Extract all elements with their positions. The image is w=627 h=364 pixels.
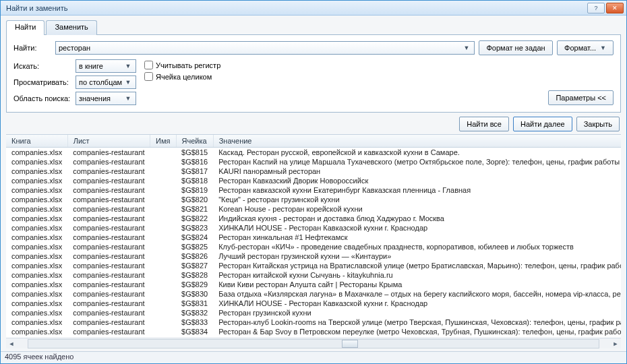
cell-value: Лучший ресторан грузинской кухни — «Кинт… [213,251,621,261]
table-row[interactable]: companies.xlsxcompanies-restaurant$G$819… [6,185,621,195]
find-label: Найти: [13,44,51,52]
table-row[interactable]: companies.xlsxcompanies-restaurant$G$828… [6,270,621,280]
cell-cell: $G$832 [176,308,213,317]
table-row[interactable]: companies.xlsxcompanies-restaurant$G$831… [6,299,621,308]
scroll-right-icon[interactable]: ► [610,340,621,347]
col-sheet[interactable]: Лист [67,135,150,148]
table-row[interactable]: companies.xlsxcompanies-restaurant$G$829… [6,280,621,289]
cell-cell: $G$826 [176,251,213,261]
table-row[interactable]: companies.xlsxcompanies-restaurant$G$817… [6,166,621,176]
cell-cell: $G$831 [176,299,213,308]
options-button[interactable]: Параметры << [548,90,614,105]
table-row[interactable]: companies.xlsxcompanies-restaurant$G$826… [6,251,621,261]
browse-label: Просматривать: [13,78,71,86]
cell-value: Ресторан Кавказский Дворик Новороссийск [213,176,621,185]
window-close-button[interactable]: ✕ [606,3,624,13]
col-book[interactable]: Книга [6,135,67,148]
cell-cell: $G$834 [176,327,213,336]
table-row[interactable]: companies.xlsxcompanies-restaurant$G$830… [6,289,621,299]
cell-sheet: companies-restaurant [67,317,150,327]
table-row[interactable]: companies.xlsxcompanies-restaurant$G$818… [6,176,621,185]
cell-name [150,195,176,204]
col-value[interactable]: Значение [213,135,621,148]
table-row[interactable]: companies.xlsxcompanies-restaurant$G$825… [6,242,621,251]
find-next-button[interactable]: Найти далее [513,117,572,131]
search-in-combo[interactable]: в книге▼ [76,59,136,73]
col-name[interactable]: Имя [150,135,176,148]
cell-book: companies.xlsx [6,242,67,251]
cell-cell: $G$816 [176,157,213,166]
close-button[interactable]: Закрыть [576,117,620,131]
cell-book: companies.xlsx [6,280,67,289]
results-grid[interactable]: Книга Лист Имя Ячейка Значение companies… [6,135,621,338]
find-value: ресторан [59,44,90,52]
cell-value: KAURI панорамный ресторан [213,166,621,176]
cell-value: Ресторан Каспий на улице Маршала Тухачев… [213,157,621,166]
cell-cell: $G$830 [176,289,213,299]
horizontal-scrollbar[interactable]: ◄ ► [6,338,621,348]
cell-value: Ресторан & Бар Svoy в Петровском переулк… [213,327,621,336]
cell-name [150,166,176,176]
cell-sheet: companies-restaurant [67,270,150,280]
scrollbar-thumb[interactable] [342,340,358,348]
cell-name [150,242,176,251]
window-title: Найти и заменить [3,4,586,12]
table-row[interactable]: companies.xlsxcompanies-restaurant$G$827… [6,261,621,270]
help-button[interactable]: ? [587,3,605,13]
match-case-checkbox[interactable]: Учитывать регистр [144,61,220,69]
cell-book: companies.xlsx [6,270,67,280]
cell-value: Ресторан кавказской кухни Екатеринбург К… [213,185,621,195]
cell-sheet: companies-restaurant [67,327,150,336]
whole-cell-checkbox[interactable]: Ячейка целиком [144,72,220,81]
col-cell[interactable]: Ячейка [176,135,213,148]
action-buttons: Найти все Найти далее Закрыть [6,113,621,134]
cell-name [150,270,176,280]
table-row[interactable]: companies.xlsxcompanies-restaurant$G$834… [6,327,621,336]
area-combo[interactable]: значения▼ [76,92,136,105]
cell-name [150,317,176,327]
cell-sheet: companies-restaurant [67,166,150,176]
table-row[interactable]: companies.xlsxcompanies-restaurant$G$815… [6,148,621,158]
scroll-left-icon[interactable]: ◄ [6,340,17,347]
search-panel: Найти: ресторан ▼ Формат не задан Формат… [6,34,621,113]
cell-book: companies.xlsx [6,195,67,204]
cell-value: ХИНКАЛИ HOUSE - Ресторан Кавказской кухн… [213,223,621,233]
find-all-button[interactable]: Найти все [459,117,509,131]
cell-sheet: companies-restaurant [67,214,150,223]
table-row[interactable]: companies.xlsxcompanies-restaurant$G$832… [6,308,621,317]
cell-book: companies.xlsx [6,185,67,195]
cell-name [150,233,176,242]
table-row[interactable]: companies.xlsxcompanies-restaurant$G$816… [6,157,621,166]
table-row[interactable]: companies.xlsxcompanies-restaurant$G$824… [6,233,621,242]
titlebar: Найти и заменить ? ✕ [1,1,626,16]
find-replace-dialog: Найти и заменить ? ✕ Найти Заменить Найт… [0,0,627,364]
cell-book: companies.xlsx [6,214,67,223]
table-row[interactable]: companies.xlsxcompanies-restaurant$G$833… [6,317,621,327]
chevron-down-icon: ▼ [600,44,606,51]
tab-find[interactable]: Найти [6,20,44,35]
table-row[interactable]: companies.xlsxcompanies-restaurant$G$820… [6,195,621,204]
status-bar: 4095 ячеек найдено [1,351,626,363]
cell-book: companies.xlsx [6,157,67,166]
table-row[interactable]: companies.xlsxcompanies-restaurant$G$823… [6,223,621,233]
cell-book: companies.xlsx [6,299,67,308]
cell-sheet: companies-restaurant [67,233,150,242]
tab-replace[interactable]: Заменить [46,20,96,35]
cell-value: Ресторан Китайская устрица на Вратиславс… [213,261,621,270]
cell-value: Клуб-ресторан «КИЧ» - проведение свадебн… [213,242,621,251]
cell-sheet: companies-restaurant [67,176,150,185]
cell-sheet: companies-restaurant [67,195,150,204]
cell-sheet: companies-restaurant [67,204,150,214]
format-button[interactable]: Формат...▼ [557,40,614,55]
find-input[interactable]: ресторан ▼ [55,41,475,55]
cell-sheet: companies-restaurant [67,261,150,270]
cell-book: companies.xlsx [6,204,67,214]
table-row[interactable]: companies.xlsxcompanies-restaurant$G$821… [6,204,621,214]
cell-sheet: companies-restaurant [67,299,150,308]
browse-combo[interactable]: по столбцам▼ [76,75,136,89]
cell-cell: $G$817 [176,166,213,176]
cell-book: companies.xlsx [6,261,67,270]
cell-sheet: companies-restaurant [67,157,150,166]
table-row[interactable]: companies.xlsxcompanies-restaurant$G$822… [6,214,621,223]
cell-cell: $G$825 [176,242,213,251]
